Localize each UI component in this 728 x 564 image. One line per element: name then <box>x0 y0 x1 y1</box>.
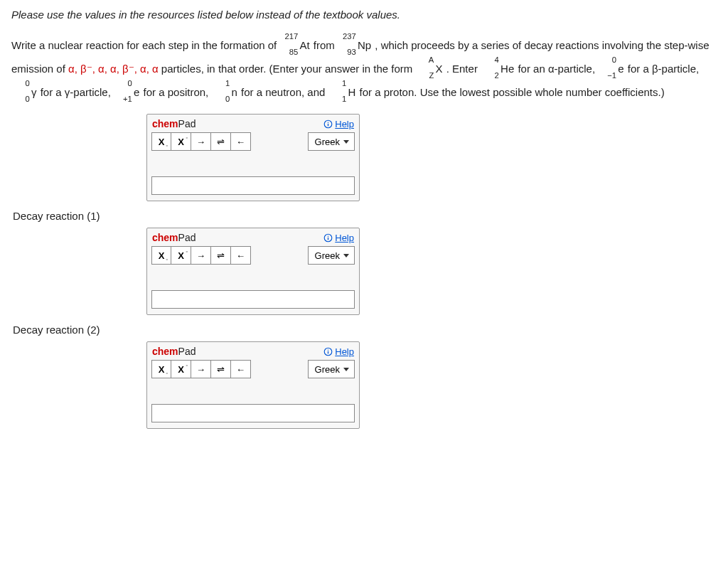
superscript-button[interactable]: X <box>171 246 191 265</box>
help-icon <box>323 347 333 356</box>
title-black: Pad <box>178 118 196 129</box>
atomic-number: 0 <box>212 90 230 108</box>
symbol-placeholder: X <box>436 63 443 75</box>
nuclide-product: 217 85 At <box>280 33 309 57</box>
atomic-placeholder: Z <box>417 67 434 85</box>
subscript-button[interactable]: X <box>151 360 171 378</box>
atomic-number: 1 <box>329 90 347 108</box>
chempad-input-wrap <box>147 402 359 428</box>
element-symbol: n <box>231 86 237 98</box>
chevron-down-icon <box>343 254 349 257</box>
nuclide-form: A Z X <box>417 57 443 80</box>
chempad-header: chemPad Help <box>147 228 359 246</box>
help-link[interactable]: Help <box>323 233 354 243</box>
instructions-note: Please use the values in the resources l… <box>11 9 717 21</box>
chempad-toolbar: X X → ⇌ ← Greek <box>147 360 359 382</box>
help-link[interactable]: Help <box>323 119 354 129</box>
greek-label: Greek <box>315 137 340 147</box>
chevron-down-icon <box>343 368 349 371</box>
help-icon <box>323 119 333 129</box>
decay-reaction-1-label: Decay reaction (1) <box>13 210 717 222</box>
element-symbol: He <box>500 63 514 75</box>
atomic-number: −1 <box>599 67 616 85</box>
arrow-right-button[interactable]: → <box>191 132 211 151</box>
superscript-button[interactable]: X <box>171 360 191 378</box>
gamma-label: for a γ-particle, <box>41 86 114 98</box>
nuclide-neutron: 1 0 n <box>212 80 237 104</box>
atomic-number: +1 <box>114 90 132 108</box>
equilibrium-button[interactable]: ⇌ <box>211 360 231 378</box>
nuclide-alpha: 4 2 He <box>481 57 514 80</box>
atomic-number: 85 <box>280 43 298 61</box>
greek-label: Greek <box>315 364 340 375</box>
chempad-input[interactable] <box>151 290 355 309</box>
element-symbol: H <box>348 86 356 98</box>
chempad-toolbar: X X → ⇌ ← Greek <box>147 246 359 268</box>
atomic-number: 0 <box>12 90 30 108</box>
element-symbol: e <box>134 86 139 98</box>
title-black: Pad <box>178 346 196 357</box>
neutron-label: for a neutron, and <box>241 86 328 98</box>
chempad-header: chemPad Help <box>147 115 359 132</box>
chempad-preview <box>147 154 359 174</box>
help-icon <box>323 233 333 243</box>
title-red: chem <box>152 118 178 129</box>
particles-sequence: α, β⁻, α, α, β⁻, α, α <box>68 63 159 75</box>
chempad-block-0: chemPad Help X X → ⇌ ← Greek <box>146 114 360 201</box>
chempad-block-1: chemPad Help X X → ⇌ ← Greek <box>146 228 360 315</box>
help-link[interactable]: Help <box>323 346 354 357</box>
chempad-title: chemPad <box>152 118 196 129</box>
equilibrium-button[interactable]: ⇌ <box>211 132 231 151</box>
nuclide-proton: 1 1 H <box>329 80 356 104</box>
atomic-number: 2 <box>481 67 499 85</box>
question-intro: Write a nuclear reaction for each step i… <box>11 39 279 51</box>
subscript-button[interactable]: X <box>151 246 171 265</box>
superscript-button[interactable]: X <box>171 132 191 151</box>
atomic-number: 93 <box>338 43 356 61</box>
chempad-title: chemPad <box>152 346 196 357</box>
greek-dropdown[interactable]: Greek <box>308 360 355 378</box>
tool-group: X X → ⇌ ← <box>151 132 251 151</box>
proton-label: for a proton. <box>360 86 420 98</box>
chempad-title: chemPad <box>152 232 196 243</box>
title-red: chem <box>152 346 178 357</box>
title-red: chem <box>152 232 178 243</box>
chempad-block-2: chemPad Help X X → ⇌ ← Greek <box>146 341 360 429</box>
tool-group: X X → ⇌ ← <box>151 360 251 378</box>
arrow-right-button[interactable]: → <box>191 360 211 378</box>
after-form-text: . Enter <box>446 63 481 75</box>
title-black: Pad <box>178 232 196 243</box>
greek-dropdown[interactable]: Greek <box>308 246 355 265</box>
element-symbol: γ <box>31 86 37 98</box>
chempad-toolbar: X X → ⇌ ← Greek <box>147 132 359 154</box>
arrow-right-button[interactable]: → <box>191 246 211 265</box>
after-particles-text: particles, in that order. (Enter your an… <box>161 63 416 75</box>
chempad-header: chemPad Help <box>147 342 359 360</box>
element-symbol: At <box>299 39 309 51</box>
help-label: Help <box>335 119 354 129</box>
positron-label: for a positron, <box>144 86 212 98</box>
greek-label: Greek <box>315 250 340 261</box>
nuclide-gamma: 0 0 γ <box>12 80 37 104</box>
subscript-button[interactable]: X <box>151 132 171 151</box>
tool-group: X X → ⇌ ← <box>151 246 251 265</box>
nuclide-source: 237 93 Np <box>338 33 371 57</box>
equilibrium-button[interactable]: ⇌ <box>211 246 231 265</box>
chevron-down-icon <box>343 140 349 144</box>
decay-reaction-2-label: Decay reaction (2) <box>13 324 717 336</box>
arrow-left-button[interactable]: ← <box>231 246 251 265</box>
chempad-input[interactable] <box>151 176 355 195</box>
arrow-left-button[interactable]: ← <box>231 360 251 378</box>
chempad-preview <box>147 382 359 402</box>
arrow-left-button[interactable]: ← <box>231 132 251 151</box>
chempad-input[interactable] <box>151 404 355 422</box>
nuclide-beta: 0 −1 e <box>599 57 623 80</box>
element-symbol: e <box>618 63 623 75</box>
greek-dropdown[interactable]: Greek <box>308 132 355 151</box>
beta-label: for a β-particle, <box>628 63 699 75</box>
chempad-preview <box>147 268 359 288</box>
question-text: Write a nuclear reaction for each step i… <box>11 33 717 104</box>
chempad-input-wrap <box>147 174 359 201</box>
element-symbol: Np <box>358 39 371 51</box>
trailing-text: Use the lowest possible whole number coe… <box>420 86 665 98</box>
